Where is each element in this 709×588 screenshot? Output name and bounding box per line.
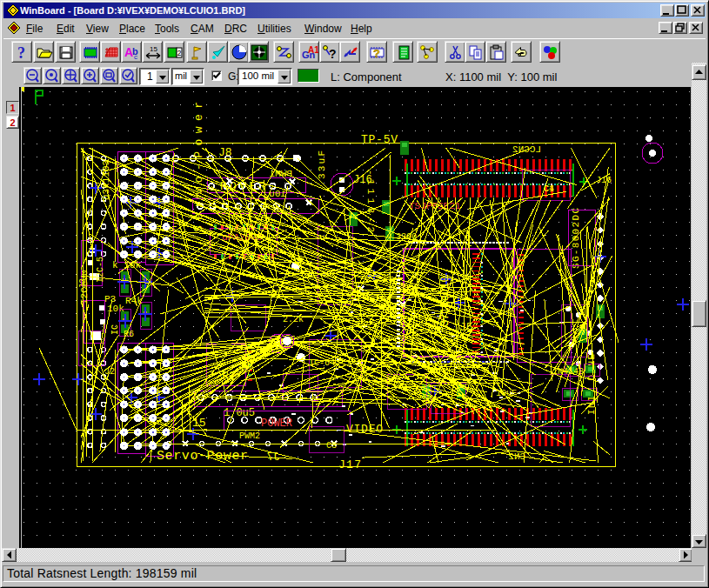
svg-text:I2C-5: I2C-5 [96, 257, 105, 283]
svg-text:POWER: POWER [261, 418, 292, 430]
svg-text:TP-5V: TP-5V [361, 133, 398, 146]
svg-text:2: 2 [177, 49, 182, 57]
svg-text:?: ? [373, 47, 380, 60]
svg-text:10u: 10u [269, 189, 286, 199]
svg-text:15: 15 [150, 45, 157, 53]
svg-text:J17: J17 [338, 458, 361, 471]
svg-text:c: c [134, 53, 137, 61]
svg-text:SG-8002DC: SG-8002DC [571, 208, 581, 269]
svg-text:IC: IC [110, 324, 120, 335]
svg-text:PWM2: PWM2 [239, 431, 260, 441]
svg-text:?: ? [329, 47, 337, 61]
svg-text:A1.: A1. [308, 45, 318, 55]
svg-text:?: ? [17, 44, 25, 61]
svg-text:C3: C3 [326, 441, 337, 451]
svg-text:S71KeJ10: S71KeJ10 [439, 276, 451, 326]
svg-text:J8: J8 [218, 146, 232, 159]
